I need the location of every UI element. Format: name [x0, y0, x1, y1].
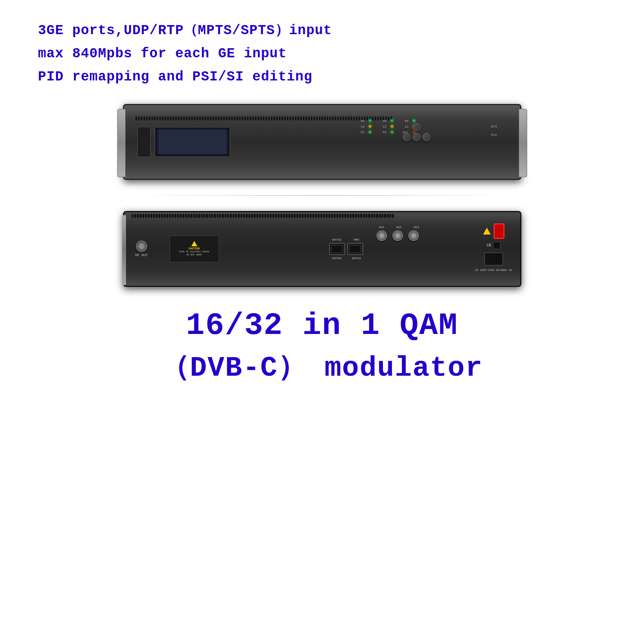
- perf-hole: [300, 117, 302, 120]
- vent-slot: [140, 214, 142, 218]
- perf-hole: [226, 117, 227, 120]
- data1-label: DATA1: [349, 257, 365, 260]
- vent-slot: [217, 214, 219, 218]
- perf-hole: [165, 117, 166, 120]
- vent-slot: [243, 214, 245, 218]
- vent-slot: [153, 214, 155, 218]
- perf-hole: [135, 117, 137, 120]
- vent-slot: [222, 214, 224, 218]
- led-p1-label: P1: [353, 131, 365, 134]
- vent-slot: [339, 214, 341, 218]
- led-h1-label: H1: [397, 119, 409, 123]
- power-switch[interactable]: [494, 224, 504, 239]
- nav-left-button[interactable]: [403, 133, 411, 141]
- feature-line-1: 3GE ports,UDP/RTP（MPTS/SPTS）input: [38, 19, 606, 42]
- perf-hole: [228, 117, 230, 120]
- vent-slot: [257, 214, 258, 218]
- vent-slot: [132, 214, 134, 218]
- vent-slot: [150, 214, 152, 218]
- perf-hole: [258, 117, 259, 120]
- perf-hole: [197, 117, 198, 120]
- rf-out-label: RF OUT: [135, 254, 148, 257]
- vent-slot: [169, 214, 171, 218]
- main-title: 16/32 in 1 QAM: [38, 306, 606, 346]
- perf-hole: [220, 117, 222, 120]
- perf-hole: [191, 117, 193, 120]
- perf-hole: [324, 117, 326, 120]
- perf-hole: [215, 117, 217, 120]
- ethernet-ports-section: DATA2 NMS DATA3 DATA1: [329, 238, 365, 260]
- perf-hole: [260, 117, 262, 120]
- perf-hole: [290, 117, 291, 120]
- vent-slot: [275, 214, 277, 218]
- vent-slot: [251, 214, 253, 218]
- vent-slot: [235, 214, 237, 218]
- vent-slot: [164, 214, 165, 218]
- vent-slot: [294, 214, 296, 218]
- caution-line2: DO NOT OPEN: [187, 254, 202, 257]
- vent-slot: [270, 214, 272, 218]
- empty-cell: [403, 123, 411, 131]
- vent-slot: [148, 214, 150, 218]
- perf-hole: [207, 117, 209, 120]
- led-h2: [390, 119, 394, 122]
- vent-slot: [272, 214, 274, 218]
- feature-line-3: PID remapping and PSI/SI editing: [38, 65, 606, 88]
- vent-slot: [360, 214, 362, 218]
- led-h3-label: H3: [353, 119, 365, 123]
- separator: [131, 195, 514, 196]
- device-back-panel: RF OUT CAUTION RISK OF ELECTRIC SHOCK DO…: [123, 211, 521, 287]
- perf-hole: [305, 117, 307, 120]
- vent-slot: [331, 214, 333, 218]
- perf-hole: [159, 117, 161, 120]
- perf-hole: [298, 117, 299, 120]
- perf-hole: [327, 117, 328, 120]
- esc-button-label: Esc: [491, 133, 497, 137]
- vent-slot: [296, 214, 298, 218]
- lcd-screen: [158, 129, 227, 154]
- asi-2-label: ASI: [394, 225, 405, 229]
- perf-hole: [157, 117, 158, 120]
- vent-slot: [187, 214, 189, 218]
- perf-hole: [151, 117, 153, 120]
- vent-slot: [278, 214, 280, 218]
- led-l2-label: L2: [375, 125, 387, 128]
- nav-up-button[interactable]: [413, 123, 421, 131]
- vent-slot: [379, 214, 381, 218]
- perf-hole: [274, 117, 275, 120]
- perf-hole: [189, 117, 190, 120]
- perf-hole: [337, 117, 339, 120]
- led-l2: [390, 125, 394, 128]
- perf-hole: [194, 117, 195, 120]
- vent-slot: [387, 214, 389, 218]
- vent-slot: [259, 214, 261, 218]
- perf-hole: [319, 117, 320, 120]
- asi-bnc-3: [408, 230, 419, 241]
- caution-title: CAUTION: [189, 247, 200, 250]
- asi-3-label: ASI: [411, 225, 422, 229]
- perf-hole: [266, 117, 267, 120]
- vent-slot: [320, 214, 322, 218]
- nav-right-button[interactable]: [422, 133, 431, 141]
- vent-slot: [233, 214, 235, 218]
- vent-slot: [304, 214, 306, 218]
- vent-slot: [190, 214, 192, 218]
- vent-slot: [203, 214, 205, 218]
- nav-enter-button[interactable]: [413, 133, 421, 141]
- perf-hole: [268, 117, 270, 120]
- perf-hole: [178, 117, 180, 120]
- perf-hole: [343, 117, 344, 120]
- vent-slot: [357, 214, 359, 218]
- front-power-area: [137, 127, 151, 157]
- vent-slot: [265, 214, 266, 218]
- data2-port: [329, 243, 345, 255]
- features-block: 3GE ports,UDP/RTP（MPTS/SPTS）input max 84…: [23, 11, 621, 96]
- feature-line-2: max 840Mpbs for each GE input: [38, 42, 606, 65]
- front-control-panel: H3 H2 H1 L3 L2 L1: [353, 119, 498, 165]
- vent-slot: [145, 214, 147, 218]
- vent-slot: [161, 214, 163, 218]
- vent-slot: [206, 214, 208, 218]
- vent-slot: [286, 214, 288, 218]
- vent-slot: [158, 214, 160, 218]
- empty-cell2: [422, 123, 431, 131]
